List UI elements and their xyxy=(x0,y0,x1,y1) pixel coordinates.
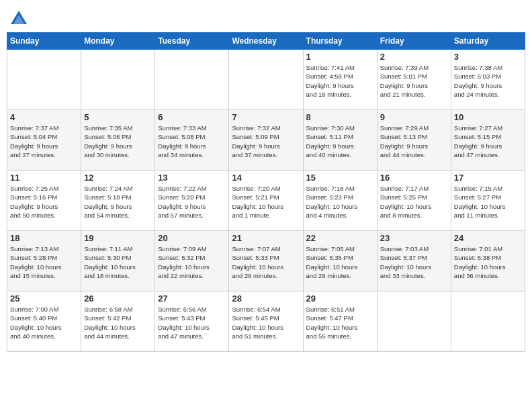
day-cell: 27Sunrise: 6:56 AM Sunset: 5:43 PM Dayli… xyxy=(155,291,229,352)
day-info: Sunrise: 7:00 AM Sunset: 5:40 PM Dayligh… xyxy=(10,305,78,340)
day-info: Sunrise: 7:39 AM Sunset: 5:01 PM Dayligh… xyxy=(380,63,448,99)
day-info: Sunrise: 7:03 AM Sunset: 5:37 PM Dayligh… xyxy=(380,244,448,280)
day-number: 22 xyxy=(306,233,374,243)
day-cell: 5Sunrise: 7:35 AM Sunset: 5:06 PM Daylig… xyxy=(81,110,155,171)
day-info: Sunrise: 7:22 AM Sunset: 5:20 PM Dayligh… xyxy=(158,184,226,220)
day-number: 26 xyxy=(84,293,152,304)
day-number: 17 xyxy=(454,173,522,183)
day-cell: 22Sunrise: 7:05 AM Sunset: 5:35 PM Dayli… xyxy=(303,231,377,291)
day-info: Sunrise: 6:51 AM Sunset: 5:47 PM Dayligh… xyxy=(306,305,374,340)
day-info: Sunrise: 7:27 AM Sunset: 5:15 PM Dayligh… xyxy=(454,124,522,159)
day-number: 20 xyxy=(158,233,226,243)
day-number: 15 xyxy=(306,173,374,183)
day-info: Sunrise: 7:01 AM Sunset: 5:38 PM Dayligh… xyxy=(454,244,522,280)
day-info: Sunrise: 7:33 AM Sunset: 5:08 PM Dayligh… xyxy=(158,124,226,159)
day-cell: 15Sunrise: 7:18 AM Sunset: 5:23 PM Dayli… xyxy=(303,171,377,231)
day-number: 13 xyxy=(158,173,226,183)
day-number: 2 xyxy=(380,52,448,62)
day-cell: 4Sunrise: 7:37 AM Sunset: 5:04 PM Daylig… xyxy=(7,110,81,171)
day-cell xyxy=(7,50,81,110)
day-info: Sunrise: 7:20 AM Sunset: 5:21 PM Dayligh… xyxy=(232,184,300,220)
day-cell: 25Sunrise: 7:00 AM Sunset: 5:40 PM Dayli… xyxy=(7,291,81,352)
day-cell: 10Sunrise: 7:27 AM Sunset: 5:15 PM Dayli… xyxy=(451,110,525,171)
day-number: 7 xyxy=(232,112,300,122)
weekday-header-thursday: Thursday xyxy=(303,33,377,50)
day-number: 3 xyxy=(454,52,522,62)
week-row-3: 11Sunrise: 7:25 AM Sunset: 5:16 PM Dayli… xyxy=(7,171,525,231)
day-cell: 1Sunrise: 7:41 AM Sunset: 4:59 PM Daylig… xyxy=(303,50,377,110)
day-cell: 28Sunrise: 6:54 AM Sunset: 5:45 PM Dayli… xyxy=(229,291,303,352)
day-number: 14 xyxy=(232,173,300,183)
day-number: 29 xyxy=(306,293,374,304)
day-cell: 18Sunrise: 7:13 AM Sunset: 5:28 PM Dayli… xyxy=(7,231,81,291)
day-cell: 21Sunrise: 7:07 AM Sunset: 5:33 PM Dayli… xyxy=(229,231,303,291)
weekday-header-tuesday: Tuesday xyxy=(155,33,229,50)
day-cell xyxy=(377,291,451,352)
day-info: Sunrise: 7:37 AM Sunset: 5:04 PM Dayligh… xyxy=(10,124,78,159)
day-info: Sunrise: 7:29 AM Sunset: 5:13 PM Dayligh… xyxy=(380,124,448,159)
day-cell: 11Sunrise: 7:25 AM Sunset: 5:16 PM Dayli… xyxy=(7,171,81,231)
day-info: Sunrise: 7:32 AM Sunset: 5:09 PM Dayligh… xyxy=(232,124,300,159)
day-info: Sunrise: 6:58 AM Sunset: 5:42 PM Dayligh… xyxy=(84,305,152,340)
week-row-2: 4Sunrise: 7:37 AM Sunset: 5:04 PM Daylig… xyxy=(7,110,525,171)
weekday-header-friday: Friday xyxy=(377,33,451,50)
day-cell: 19Sunrise: 7:11 AM Sunset: 5:30 PM Dayli… xyxy=(81,231,155,291)
day-info: Sunrise: 6:56 AM Sunset: 5:43 PM Dayligh… xyxy=(158,305,226,340)
day-number: 12 xyxy=(84,173,152,183)
day-number: 27 xyxy=(158,293,226,304)
day-cell: 13Sunrise: 7:22 AM Sunset: 5:20 PM Dayli… xyxy=(155,171,229,231)
weekday-header-sunday: Sunday xyxy=(7,33,81,50)
day-cell: 26Sunrise: 6:58 AM Sunset: 5:42 PM Dayli… xyxy=(81,291,155,352)
day-info: Sunrise: 7:11 AM Sunset: 5:30 PM Dayligh… xyxy=(84,244,152,280)
day-number: 18 xyxy=(10,233,78,243)
day-info: Sunrise: 7:07 AM Sunset: 5:33 PM Dayligh… xyxy=(232,244,300,280)
day-number: 25 xyxy=(10,293,78,304)
day-number: 24 xyxy=(454,233,522,243)
day-info: Sunrise: 7:35 AM Sunset: 5:06 PM Dayligh… xyxy=(84,124,152,159)
day-info: Sunrise: 7:41 AM Sunset: 4:59 PM Dayligh… xyxy=(306,63,374,99)
week-row-4: 18Sunrise: 7:13 AM Sunset: 5:28 PM Dayli… xyxy=(7,231,525,291)
day-cell xyxy=(155,50,229,110)
day-cell: 6Sunrise: 7:33 AM Sunset: 5:08 PM Daylig… xyxy=(155,110,229,171)
day-number: 4 xyxy=(10,112,78,122)
week-row-1: 1Sunrise: 7:41 AM Sunset: 4:59 PM Daylig… xyxy=(7,50,525,110)
day-cell: 20Sunrise: 7:09 AM Sunset: 5:32 PM Dayli… xyxy=(155,231,229,291)
logo-icon xyxy=(9,9,28,28)
day-cell: 17Sunrise: 7:15 AM Sunset: 5:27 PM Dayli… xyxy=(451,171,525,231)
logo xyxy=(9,9,31,28)
day-info: Sunrise: 6:54 AM Sunset: 5:45 PM Dayligh… xyxy=(232,305,300,340)
day-info: Sunrise: 7:17 AM Sunset: 5:25 PM Dayligh… xyxy=(380,184,448,220)
day-cell xyxy=(451,291,525,352)
day-number: 6 xyxy=(158,112,226,122)
day-number: 5 xyxy=(84,112,152,122)
day-number: 16 xyxy=(380,173,448,183)
week-row-5: 25Sunrise: 7:00 AM Sunset: 5:40 PM Dayli… xyxy=(7,291,525,352)
day-number: 9 xyxy=(380,112,448,122)
day-number: 21 xyxy=(232,233,300,243)
calendar: SundayMondayTuesdayWednesdayThursdayFrid… xyxy=(7,32,525,352)
day-number: 10 xyxy=(454,112,522,122)
day-cell xyxy=(229,50,303,110)
day-number: 23 xyxy=(380,233,448,243)
day-info: Sunrise: 7:13 AM Sunset: 5:28 PM Dayligh… xyxy=(10,244,78,280)
day-cell: 8Sunrise: 7:30 AM Sunset: 5:11 PM Daylig… xyxy=(303,110,377,171)
day-info: Sunrise: 7:38 AM Sunset: 5:03 PM Dayligh… xyxy=(454,63,522,99)
day-cell: 14Sunrise: 7:20 AM Sunset: 5:21 PM Dayli… xyxy=(229,171,303,231)
weekday-header-monday: Monday xyxy=(81,33,155,50)
day-cell: 9Sunrise: 7:29 AM Sunset: 5:13 PM Daylig… xyxy=(377,110,451,171)
day-cell: 3Sunrise: 7:38 AM Sunset: 5:03 PM Daylig… xyxy=(451,50,525,110)
weekday-header-row: SundayMondayTuesdayWednesdayThursdayFrid… xyxy=(7,33,525,50)
day-info: Sunrise: 7:09 AM Sunset: 5:32 PM Dayligh… xyxy=(158,244,226,280)
day-cell xyxy=(81,50,155,110)
day-number: 1 xyxy=(306,52,374,62)
weekday-header-saturday: Saturday xyxy=(451,33,525,50)
day-info: Sunrise: 7:25 AM Sunset: 5:16 PM Dayligh… xyxy=(10,184,78,220)
day-cell: 7Sunrise: 7:32 AM Sunset: 5:09 PM Daylig… xyxy=(229,110,303,171)
day-number: 28 xyxy=(232,293,300,304)
day-number: 11 xyxy=(10,173,78,183)
day-info: Sunrise: 7:15 AM Sunset: 5:27 PM Dayligh… xyxy=(454,184,522,220)
page-header xyxy=(7,7,525,28)
weekday-header-wednesday: Wednesday xyxy=(229,33,303,50)
day-cell: 29Sunrise: 6:51 AM Sunset: 5:47 PM Dayli… xyxy=(303,291,377,352)
day-cell: 24Sunrise: 7:01 AM Sunset: 5:38 PM Dayli… xyxy=(451,231,525,291)
